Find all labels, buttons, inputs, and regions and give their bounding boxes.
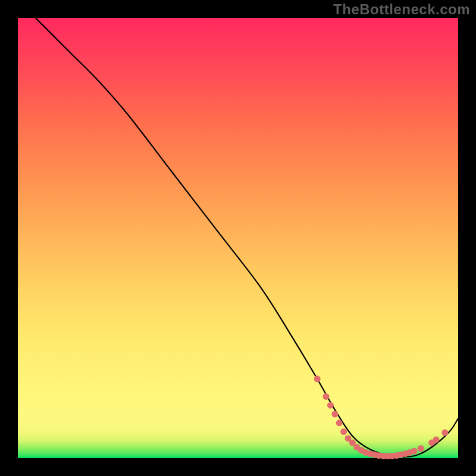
plot-area xyxy=(18,18,458,458)
curve-marker xyxy=(336,419,343,426)
curve-marker xyxy=(314,375,321,382)
chart-svg xyxy=(18,18,458,458)
curve-markers xyxy=(314,375,449,459)
curve-marker xyxy=(418,445,424,452)
curve-marker xyxy=(327,402,334,409)
bottleneck-curve xyxy=(36,18,458,457)
curve-marker xyxy=(411,448,418,455)
curve-marker xyxy=(340,428,347,435)
curve-marker xyxy=(441,430,448,436)
watermark-text: TheBottleneck.com xyxy=(333,1,470,18)
chart-frame: TheBottleneck.com xyxy=(0,0,476,476)
curve-marker xyxy=(433,436,440,443)
curve-marker xyxy=(323,393,330,400)
curve-marker xyxy=(331,411,338,418)
